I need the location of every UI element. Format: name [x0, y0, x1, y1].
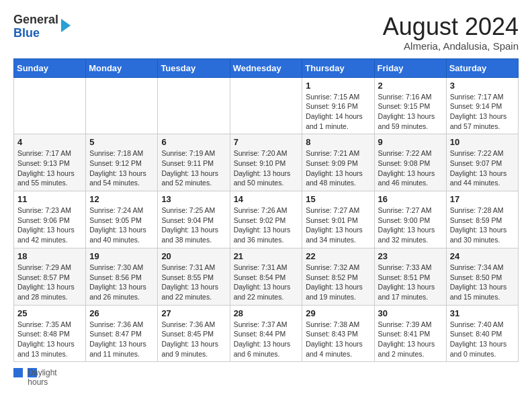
day-number: 11: [17, 194, 82, 204]
day-info: Sunrise: 7:36 AM Sunset: 8:45 PM Dayligh…: [161, 320, 226, 359]
day-number: 31: [450, 308, 515, 318]
calendar-cell: 25Sunrise: 7:35 AM Sunset: 8:48 PM Dayli…: [14, 305, 86, 362]
day-number: 22: [306, 251, 370, 261]
day-number: 17: [450, 194, 515, 204]
day-number: 26: [89, 308, 154, 318]
logo-arrow-icon: [61, 19, 71, 32]
calendar-header-thursday: Thursday: [302, 58, 374, 77]
calendar-cell: 27Sunrise: 7:36 AM Sunset: 8:45 PM Dayli…: [158, 305, 230, 362]
calendar-cell: 31Sunrise: 7:40 AM Sunset: 8:40 PM Dayli…: [446, 305, 518, 362]
calendar-cell: [14, 77, 86, 134]
calendar-cell: 17Sunrise: 7:28 AM Sunset: 8:59 PM Dayli…: [446, 191, 518, 248]
logo-text: General Blue: [13, 13, 58, 40]
day-number: 7: [234, 137, 299, 147]
daylight-hours-label: Daylight hours: [28, 368, 37, 377]
calendar-cell: 14Sunrise: 7:26 AM Sunset: 9:02 PM Dayli…: [230, 191, 302, 248]
calendar-header-wednesday: Wednesday: [230, 58, 302, 77]
day-info: Sunrise: 7:27 AM Sunset: 9:00 PM Dayligh…: [378, 205, 443, 245]
day-info: Sunrise: 7:32 AM Sunset: 8:52 PM Dayligh…: [306, 263, 370, 302]
calendar-cell: 26Sunrise: 7:36 AM Sunset: 8:47 PM Dayli…: [86, 305, 158, 362]
calendar-cell: 12Sunrise: 7:24 AM Sunset: 9:05 PM Dayli…: [86, 191, 158, 248]
calendar-cell: [86, 77, 158, 134]
calendar-week-row: 1Sunrise: 7:15 AM Sunset: 9:16 PM Daylig…: [14, 77, 519, 134]
day-number: 15: [306, 194, 370, 204]
day-number: 29: [306, 308, 370, 318]
day-info: Sunrise: 7:23 AM Sunset: 9:06 PM Dayligh…: [17, 205, 82, 245]
day-info: Sunrise: 7:25 AM Sunset: 9:04 PM Dayligh…: [161, 205, 226, 245]
calendar-header-row: SundayMondayTuesdayWednesdayThursdayFrid…: [14, 58, 519, 77]
month-year-title: August 2024: [383, 13, 519, 40]
calendar-cell: 5Sunrise: 7:18 AM Sunset: 9:12 PM Daylig…: [86, 134, 158, 191]
calendar-cell: 18Sunrise: 7:29 AM Sunset: 8:57 PM Dayli…: [14, 248, 86, 305]
calendar-cell: 15Sunrise: 7:27 AM Sunset: 9:01 PM Dayli…: [302, 191, 374, 248]
day-info: Sunrise: 7:22 AM Sunset: 9:07 PM Dayligh…: [450, 148, 515, 188]
day-number: 8: [306, 137, 370, 147]
calendar-cell: 22Sunrise: 7:32 AM Sunset: 8:52 PM Dayli…: [302, 248, 374, 305]
day-number: 21: [234, 251, 299, 261]
day-number: 5: [89, 137, 154, 147]
day-info: Sunrise: 7:20 AM Sunset: 9:10 PM Dayligh…: [234, 148, 299, 188]
day-info: Sunrise: 7:39 AM Sunset: 8:41 PM Dayligh…: [378, 320, 443, 359]
day-info: Sunrise: 7:31 AM Sunset: 8:54 PM Dayligh…: [234, 263, 299, 302]
day-number: 23: [378, 251, 443, 261]
calendar-week-row: 18Sunrise: 7:29 AM Sunset: 8:57 PM Dayli…: [14, 248, 519, 305]
day-info: Sunrise: 7:34 AM Sunset: 8:50 PM Dayligh…: [450, 263, 515, 302]
day-number: 3: [450, 81, 515, 91]
calendar-cell: 8Sunrise: 7:21 AM Sunset: 9:09 PM Daylig…: [302, 134, 374, 191]
day-number: 16: [378, 194, 443, 204]
calendar-cell: 20Sunrise: 7:31 AM Sunset: 8:55 PM Dayli…: [158, 248, 230, 305]
calendar-cell: 13Sunrise: 7:25 AM Sunset: 9:04 PM Dayli…: [158, 191, 230, 248]
day-info: Sunrise: 7:21 AM Sunset: 9:09 PM Dayligh…: [306, 148, 370, 188]
day-info: Sunrise: 7:28 AM Sunset: 8:59 PM Dayligh…: [450, 205, 515, 245]
calendar-week-row: 11Sunrise: 7:23 AM Sunset: 9:06 PM Dayli…: [14, 191, 519, 248]
day-number: 25: [17, 308, 82, 318]
day-info: Sunrise: 7:35 AM Sunset: 8:48 PM Dayligh…: [17, 320, 82, 359]
day-number: 1: [306, 81, 370, 91]
daylight-color-swatch: [13, 368, 23, 377]
day-info: Sunrise: 7:29 AM Sunset: 8:57 PM Dayligh…: [17, 263, 82, 302]
day-number: 20: [161, 251, 226, 261]
location-subtitle: Almeria, Andalusia, Spain: [383, 40, 519, 52]
day-info: Sunrise: 7:40 AM Sunset: 8:40 PM Dayligh…: [450, 320, 515, 359]
day-info: Sunrise: 7:24 AM Sunset: 9:05 PM Dayligh…: [89, 205, 154, 245]
calendar-cell: 9Sunrise: 7:22 AM Sunset: 9:08 PM Daylig…: [374, 134, 446, 191]
day-number: 6: [161, 137, 226, 147]
logo-general: General: [13, 13, 58, 27]
calendar-cell: 24Sunrise: 7:34 AM Sunset: 8:50 PM Dayli…: [446, 248, 518, 305]
day-info: Sunrise: 7:26 AM Sunset: 9:02 PM Dayligh…: [234, 205, 299, 245]
calendar-cell: 4Sunrise: 7:17 AM Sunset: 9:13 PM Daylig…: [14, 134, 86, 191]
calendar-cell: 19Sunrise: 7:30 AM Sunset: 8:56 PM Dayli…: [86, 248, 158, 305]
header: General Blue August 2024 Almeria, Andalu…: [13, 13, 519, 52]
day-info: Sunrise: 7:38 AM Sunset: 8:43 PM Dayligh…: [306, 320, 370, 359]
day-info: Sunrise: 7:30 AM Sunset: 8:56 PM Dayligh…: [89, 263, 154, 302]
day-number: 12: [89, 194, 154, 204]
calendar-cell: 2Sunrise: 7:16 AM Sunset: 9:15 PM Daylig…: [374, 77, 446, 134]
calendar-cell: [230, 77, 302, 134]
day-number: 28: [234, 308, 299, 318]
calendar-cell: 29Sunrise: 7:38 AM Sunset: 8:43 PM Dayli…: [302, 305, 374, 362]
calendar-header-monday: Monday: [86, 58, 158, 77]
day-info: Sunrise: 7:37 AM Sunset: 8:44 PM Dayligh…: [234, 320, 299, 359]
day-info: Sunrise: 7:17 AM Sunset: 9:13 PM Dayligh…: [17, 148, 82, 188]
day-number: 9: [378, 137, 443, 147]
footer-note: Daylight hours: [13, 367, 519, 377]
calendar-header-friday: Friday: [374, 58, 446, 77]
calendar-cell: 6Sunrise: 7:19 AM Sunset: 9:11 PM Daylig…: [158, 134, 230, 191]
day-number: 2: [378, 81, 443, 91]
day-number: 10: [450, 137, 515, 147]
day-info: Sunrise: 7:15 AM Sunset: 9:16 PM Dayligh…: [306, 92, 370, 132]
day-info: Sunrise: 7:36 AM Sunset: 8:47 PM Dayligh…: [89, 320, 154, 359]
calendar-week-row: 25Sunrise: 7:35 AM Sunset: 8:48 PM Dayli…: [14, 305, 519, 362]
calendar-cell: 28Sunrise: 7:37 AM Sunset: 8:44 PM Dayli…: [230, 305, 302, 362]
day-number: 19: [89, 251, 154, 261]
day-info: Sunrise: 7:22 AM Sunset: 9:08 PM Dayligh…: [378, 148, 443, 188]
day-info: Sunrise: 7:16 AM Sunset: 9:15 PM Dayligh…: [378, 92, 443, 132]
calendar-table: SundayMondayTuesdayWednesdayThursdayFrid…: [13, 58, 519, 363]
logo: General Blue: [13, 13, 71, 40]
calendar-cell: [158, 77, 230, 134]
calendar-header-saturday: Saturday: [446, 58, 518, 77]
day-number: 4: [17, 137, 82, 147]
day-info: Sunrise: 7:17 AM Sunset: 9:14 PM Dayligh…: [450, 92, 515, 132]
calendar-cell: 3Sunrise: 7:17 AM Sunset: 9:14 PM Daylig…: [446, 77, 518, 134]
day-info: Sunrise: 7:19 AM Sunset: 9:11 PM Dayligh…: [161, 148, 226, 188]
